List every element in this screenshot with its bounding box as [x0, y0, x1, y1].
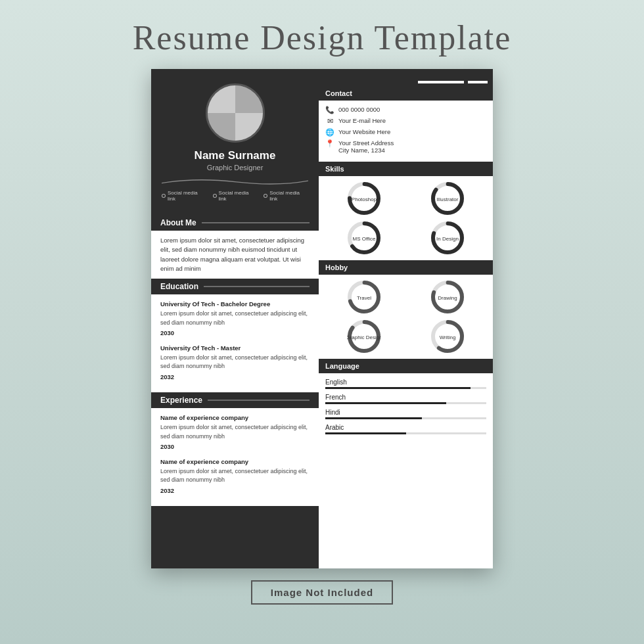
right-column: Contact 📞 000 0000 0000 ✉ Your E-mail He…	[319, 69, 493, 568]
location-icon: 📍	[325, 139, 334, 148]
social-dot-3	[264, 194, 267, 198]
contact-phone: 📞 000 0000 0000	[325, 106, 486, 114]
contact-email: ✉ Your E-mail Here	[325, 117, 486, 126]
hobby-circle-0: Travel	[325, 280, 403, 314]
social-links: Social media link Social media link Soci…	[162, 190, 308, 202]
svg-text:Photoshop: Photoshop	[352, 196, 377, 202]
svg-text:Drawing: Drawing	[438, 295, 457, 301]
language-block: English French Hindi Arabic	[319, 373, 493, 444]
title-bar-exp	[208, 400, 310, 401]
education-content: University Of Tech - Bachelor Degree Lor…	[151, 294, 319, 392]
phone-icon: 📞	[325, 106, 334, 114]
contact-address: 📍 Your Street Address City Name, 1234	[325, 139, 486, 154]
hobby-header: Hobby	[319, 260, 493, 275]
globe-icon: 🌐	[325, 128, 334, 137]
skill-circle-0: Photoshop	[325, 181, 403, 216]
skill-circle-1: Illustrator	[409, 181, 487, 216]
social-dot-2	[213, 194, 217, 198]
lang-row-2: Hindi	[325, 409, 486, 419]
hobby-circle-2: Graphic Design	[325, 319, 403, 354]
lang-row-3: Arabic	[325, 424, 486, 434]
hobby-block: Travel Drawing Graphic Design Writing	[319, 275, 493, 359]
avatar-square-tr	[235, 85, 263, 113]
experience-section-title: Experience	[151, 392, 319, 408]
social-link-2: Social media link	[213, 190, 258, 202]
avatar-square-br	[235, 113, 263, 141]
svg-text:MS Office: MS Office	[353, 236, 377, 242]
about-content: Lorem ipsum dolor sit amet, consectetuer…	[151, 231, 319, 279]
wave-divider	[162, 175, 308, 187]
skill-circle-2: MS Office	[325, 221, 403, 255]
image-not-included-label: Image Not Included	[251, 580, 393, 605]
skill-circles-grid: Photoshop Illustrator MS Office In Desig…	[325, 181, 486, 255]
skill-circle-3: In Design	[409, 221, 487, 255]
profile-area: Name Surname Graphic Designer Social med…	[151, 69, 319, 215]
candidate-name: Name Surname	[195, 149, 276, 162]
skills-header: Skills	[319, 162, 493, 176]
email-icon: ✉	[325, 117, 334, 126]
hobby-circles-grid: Travel Drawing Graphic Design Writing	[325, 280, 486, 354]
social-dot-1	[162, 194, 166, 198]
hobby-circle-1: Drawing	[409, 280, 487, 314]
contact-header: Contact	[319, 86, 493, 101]
title-bar	[202, 222, 310, 223]
left-column: Name Surname Graphic Designer Social med…	[151, 69, 319, 568]
resume-card: Name Surname Graphic Designer Social med…	[151, 69, 493, 568]
hobby-circle-3: Writing	[409, 319, 487, 354]
avatar	[206, 83, 265, 143]
svg-text:Graphic Design: Graphic Design	[347, 334, 381, 340]
avatar-square-tl	[208, 85, 235, 113]
edu-entry-0: University Of Tech - Bachelor Degree Lor…	[160, 300, 310, 338]
svg-text:Writing: Writing	[439, 334, 455, 340]
header-bar-long	[418, 81, 464, 83]
lang-row-0: English	[325, 379, 486, 389]
about-section-title: About Me	[151, 215, 319, 231]
edu-entry-1: University Of Tech - Master Lorem ipsum …	[160, 344, 310, 382]
exp-entry-1: Name of experience company Lorem ipsum d…	[160, 457, 310, 496]
contact-website: 🌐 Your Website Here	[325, 128, 486, 137]
experience-content: Name of experience company Lorem ipsum d…	[151, 408, 319, 506]
skills-block: Photoshop Illustrator MS Office In Desig…	[319, 176, 493, 260]
avatar-square-bl	[208, 113, 235, 141]
exp-entry-0: Name of experience company Lorem ipsum d…	[160, 413, 310, 452]
social-link-1: Social media link	[162, 190, 206, 202]
svg-text:Travel: Travel	[357, 295, 371, 301]
lang-row-1: French	[325, 394, 486, 404]
header-bar-short	[468, 81, 488, 83]
contact-block: 📞 000 0000 0000 ✉ Your E-mail Here 🌐 You…	[319, 101, 493, 162]
language-header: Language	[319, 359, 493, 373]
right-header-bar	[319, 69, 493, 86]
candidate-title: Graphic Designer	[207, 164, 264, 172]
page-title: Resume Design Template	[133, 18, 512, 57]
title-bar-edu	[204, 286, 310, 287]
social-link-3: Social media link	[264, 190, 308, 202]
svg-text:In Design: In Design	[436, 236, 459, 242]
svg-text:Illustrator: Illustrator	[436, 196, 458, 202]
education-section-title: Education	[151, 279, 319, 294]
